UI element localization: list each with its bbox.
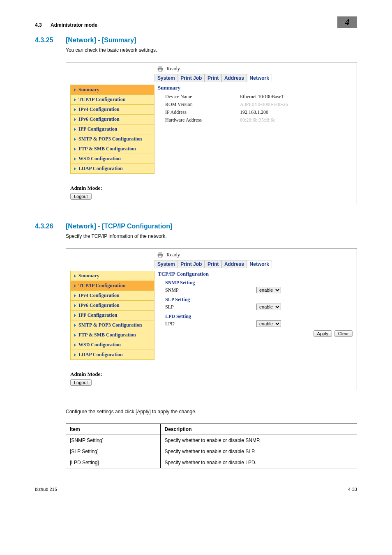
lpd-select[interactable]: enable bbox=[256, 320, 281, 327]
apply-button[interactable]: Apply bbox=[314, 330, 332, 337]
sidebar-item-label: IPv6 Configuration bbox=[78, 302, 120, 309]
admin-mode-label: Admin Mode: bbox=[70, 185, 102, 191]
sidebar-item-ipp[interactable]: IPP Configuration bbox=[70, 124, 154, 134]
sidebar-item-label: FTP & SMB Configuration bbox=[78, 332, 136, 338]
chapter-badge: 4 bbox=[337, 16, 357, 28]
lpd-label: LPD bbox=[165, 321, 256, 327]
tab-system[interactable]: System bbox=[154, 260, 178, 268]
triangle-icon bbox=[74, 147, 76, 151]
content-panel: Summary Device NameEthernet 10/100BaseT … bbox=[158, 85, 353, 200]
table-cell-desc: Specify whether to enable or disable LPD… bbox=[160, 457, 357, 468]
section-number: 4.3.25 bbox=[35, 37, 66, 44]
table-cell-item: [LPD Setting] bbox=[66, 457, 160, 468]
settings-table: Item Description [SNMP Setting] Specify … bbox=[66, 424, 357, 468]
svg-rect-1 bbox=[159, 66, 162, 68]
sidebar-item-wsd[interactable]: WSD Configuration bbox=[70, 154, 154, 164]
table-header-item: Item bbox=[66, 424, 160, 435]
device-status: Ready bbox=[166, 65, 180, 72]
sidebar-item-summary[interactable]: Summary bbox=[70, 85, 154, 95]
svg-rect-2 bbox=[159, 69, 161, 71]
sidebar-item-label: SMTP & POP3 Configuration bbox=[78, 136, 142, 142]
table-intro: Configure the settings and click [Apply]… bbox=[66, 409, 357, 415]
sidebar-item-ftp[interactable]: FTP & SMB Configuration bbox=[70, 330, 154, 340]
sidebar-item-ipp[interactable]: IPP Configuration bbox=[70, 310, 154, 320]
section-intro: You can check the basic network settings… bbox=[66, 47, 357, 53]
section-title: [Network] - [TCP/IP Configuration] bbox=[66, 223, 172, 230]
svg-rect-5 bbox=[159, 252, 162, 254]
sidebar-item-tcpip[interactable]: TCP/IP Configuration bbox=[70, 281, 154, 291]
sidebar-item-label: FTP & SMB Configuration bbox=[78, 146, 136, 152]
kv-key: IP Address bbox=[158, 109, 240, 115]
kv-value: 192.168.1.200 bbox=[240, 109, 353, 115]
snmp-select[interactable]: enable bbox=[256, 287, 281, 293]
sidebar-item-ftp[interactable]: FTP & SMB Configuration bbox=[70, 144, 154, 154]
sidebar-item-label: TCP/IP Configuration bbox=[78, 283, 125, 289]
sidebar-item-label: SMTP & POP3 Configuration bbox=[78, 322, 142, 328]
footer-page-number: 4-33 bbox=[348, 487, 357, 492]
logout-button[interactable]: Logout bbox=[70, 379, 92, 386]
tab-network[interactable]: Network bbox=[247, 260, 272, 268]
table-cell-desc: Specify whether to enable or disable SNM… bbox=[160, 435, 357, 446]
page-footer: bizhub 215 4-33 bbox=[35, 485, 357, 492]
sidebar-item-summary[interactable]: Summary bbox=[70, 271, 154, 281]
tab-print[interactable]: Print bbox=[205, 260, 221, 268]
page-header: 4.3 Administrator mode 4 bbox=[35, 16, 357, 29]
triangle-icon bbox=[74, 294, 76, 297]
admin-mode-label: Admin Mode: bbox=[70, 371, 102, 377]
tab-address[interactable]: Address bbox=[221, 74, 247, 82]
slp-select[interactable]: enable bbox=[256, 304, 281, 310]
sidebar-item-smtp[interactable]: SMTP & POP3 Configuration bbox=[70, 134, 154, 144]
section-title: [Network] - [Summary] bbox=[66, 37, 136, 44]
triangle-icon bbox=[74, 138, 76, 141]
table-header-description: Description bbox=[160, 424, 357, 435]
chapter-number: 4 bbox=[345, 17, 350, 28]
sidebar-item-ipv4[interactable]: IPv4 Configuration bbox=[70, 104, 154, 115]
sidebar-item-ipv6[interactable]: IPv6 Configuration bbox=[70, 300, 154, 311]
sidebar-item-label: WSD Configuration bbox=[78, 342, 121, 348]
triangle-icon bbox=[74, 353, 76, 357]
sidebar-item-tcpip[interactable]: TCP/IP Configuration bbox=[70, 94, 154, 105]
table-row: [SLP Setting] Specify whether to enable … bbox=[66, 446, 357, 457]
kv-value: A3PE0Y0-3000-E00-26 bbox=[240, 101, 353, 108]
table-row: [LPD Setting] Specify whether to enable … bbox=[66, 457, 357, 468]
sidebar-item-wsd[interactable]: WSD Configuration bbox=[70, 340, 154, 350]
logout-button[interactable]: Logout bbox=[70, 193, 92, 200]
tab-printjob[interactable]: Print Job bbox=[178, 260, 205, 268]
triangle-icon bbox=[74, 108, 76, 111]
slp-label: SLP bbox=[165, 304, 256, 310]
triangle-icon bbox=[74, 118, 76, 121]
triangle-icon bbox=[74, 274, 76, 278]
main-tabs: System Print Job Print Address Network bbox=[66, 74, 357, 82]
triangle-icon bbox=[74, 324, 76, 327]
tab-printjob[interactable]: Print Job bbox=[178, 74, 205, 82]
triangle-icon bbox=[74, 98, 76, 101]
tab-print[interactable]: Print bbox=[205, 74, 221, 82]
sidebar-item-label: Summary bbox=[78, 87, 99, 93]
main-tabs: System Print Job Print Address Network bbox=[66, 260, 357, 268]
kv-key: ROM Version bbox=[158, 101, 240, 108]
triangle-icon bbox=[74, 284, 76, 288]
sidebar-item-smtp[interactable]: SMTP & POP3 Configuration bbox=[70, 320, 154, 330]
triangle-icon bbox=[74, 314, 76, 317]
header-section-num: 4.3 bbox=[35, 22, 42, 28]
kv-value: 00:20:6b:35:f8:6c bbox=[240, 117, 353, 123]
sidebar-item-ipv4[interactable]: IPv4 Configuration bbox=[70, 290, 154, 301]
svg-point-3 bbox=[162, 68, 163, 69]
kv-key: Hardware Address bbox=[158, 117, 240, 123]
tab-network[interactable]: Network bbox=[247, 74, 272, 82]
section-intro: Specify the TCP/IP information of the ne… bbox=[66, 233, 357, 239]
sidebar-item-label: TCP/IP Configuration bbox=[78, 97, 125, 103]
triangle-icon bbox=[74, 157, 76, 161]
sidebar-item-ipv6[interactable]: IPv6 Configuration bbox=[70, 114, 154, 124]
sidebar-item-ldap[interactable]: LDAP Configuration bbox=[70, 164, 154, 174]
sidebar-item-label: LDAP Configuration bbox=[78, 352, 123, 358]
svg-point-7 bbox=[162, 254, 163, 255]
sidebar: Summary TCP/IP Configuration IPv4 Config… bbox=[70, 271, 154, 386]
table-cell-item: [SNMP Setting] bbox=[66, 435, 160, 446]
clear-button[interactable]: Clear bbox=[334, 330, 353, 337]
sidebar-item-ldap[interactable]: LDAP Configuration bbox=[70, 350, 154, 360]
tab-address[interactable]: Address bbox=[221, 260, 247, 268]
sidebar-item-label: IPv4 Configuration bbox=[78, 292, 120, 299]
tab-system[interactable]: System bbox=[154, 74, 178, 82]
triangle-icon bbox=[74, 334, 76, 337]
